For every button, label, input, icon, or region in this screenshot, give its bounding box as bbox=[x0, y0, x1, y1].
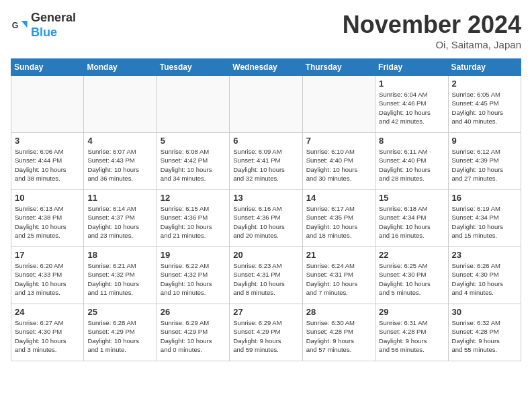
day-info: Sunrise: 6:08 AM Sunset: 4:42 PM Dayligh… bbox=[161, 147, 226, 183]
calendar-cell: 4Sunrise: 6:07 AM Sunset: 4:43 PM Daylig… bbox=[84, 133, 157, 190]
day-number: 7 bbox=[306, 136, 371, 146]
day-number: 15 bbox=[379, 193, 444, 203]
calendar-week-1: 1Sunrise: 6:04 AM Sunset: 4:46 PM Daylig… bbox=[11, 76, 521, 133]
day-number: 4 bbox=[87, 136, 152, 146]
logo: G General Blue bbox=[11, 11, 76, 40]
day-number: 9 bbox=[452, 136, 517, 146]
calendar-cell bbox=[230, 76, 302, 133]
day-info: Sunrise: 6:07 AM Sunset: 4:43 PM Dayligh… bbox=[87, 147, 152, 183]
day-info: Sunrise: 6:28 AM Sunset: 4:29 PM Dayligh… bbox=[87, 318, 152, 354]
day-info: Sunrise: 6:06 AM Sunset: 4:44 PM Dayligh… bbox=[15, 147, 80, 183]
day-number: 19 bbox=[161, 250, 226, 260]
day-number: 24 bbox=[15, 307, 80, 317]
day-number: 28 bbox=[306, 307, 371, 317]
column-header-wednesday: Wednesday bbox=[230, 59, 302, 76]
day-info: Sunrise: 6:13 AM Sunset: 4:38 PM Dayligh… bbox=[15, 204, 80, 240]
calendar-cell: 27Sunrise: 6:29 AM Sunset: 4:29 PM Dayli… bbox=[230, 304, 302, 361]
day-number: 21 bbox=[306, 250, 371, 260]
day-number: 18 bbox=[87, 250, 152, 260]
calendar-week-2: 3Sunrise: 6:06 AM Sunset: 4:44 PM Daylig… bbox=[11, 133, 521, 190]
logo-general: General bbox=[31, 11, 76, 26]
calendar-cell: 18Sunrise: 6:21 AM Sunset: 4:32 PM Dayli… bbox=[84, 247, 157, 304]
day-number: 12 bbox=[161, 193, 226, 203]
calendar-cell: 30Sunrise: 6:32 AM Sunset: 4:28 PM Dayli… bbox=[448, 304, 521, 361]
day-info: Sunrise: 6:19 AM Sunset: 4:34 PM Dayligh… bbox=[452, 204, 517, 240]
calendar-cell: 3Sunrise: 6:06 AM Sunset: 4:44 PM Daylig… bbox=[11, 133, 84, 190]
calendar-cell: 10Sunrise: 6:13 AM Sunset: 4:38 PM Dayli… bbox=[11, 190, 84, 247]
calendar-cell: 1Sunrise: 6:04 AM Sunset: 4:46 PM Daylig… bbox=[375, 76, 448, 133]
day-number: 29 bbox=[379, 307, 444, 317]
calendar-cell: 16Sunrise: 6:19 AM Sunset: 4:34 PM Dayli… bbox=[448, 190, 521, 247]
day-number: 26 bbox=[161, 307, 226, 317]
day-number: 10 bbox=[15, 193, 80, 203]
calendar-cell: 12Sunrise: 6:15 AM Sunset: 4:36 PM Dayli… bbox=[157, 190, 229, 247]
day-info: Sunrise: 6:20 AM Sunset: 4:33 PM Dayligh… bbox=[15, 261, 80, 297]
calendar-week-4: 17Sunrise: 6:20 AM Sunset: 4:33 PM Dayli… bbox=[11, 247, 521, 304]
day-number: 13 bbox=[233, 193, 298, 203]
calendar-cell: 28Sunrise: 6:30 AM Sunset: 4:28 PM Dayli… bbox=[302, 304, 375, 361]
day-info: Sunrise: 6:24 AM Sunset: 4:31 PM Dayligh… bbox=[306, 261, 371, 297]
calendar-header-row: SundayMondayTuesdayWednesdayThursdayFrid… bbox=[11, 59, 521, 76]
svg-text:G: G bbox=[12, 20, 19, 30]
day-info: Sunrise: 6:23 AM Sunset: 4:31 PM Dayligh… bbox=[233, 261, 298, 297]
calendar-cell bbox=[11, 76, 84, 133]
day-number: 27 bbox=[233, 307, 298, 317]
day-info: Sunrise: 6:16 AM Sunset: 4:36 PM Dayligh… bbox=[233, 204, 298, 240]
calendar-cell: 7Sunrise: 6:10 AM Sunset: 4:40 PM Daylig… bbox=[302, 133, 375, 190]
calendar-cell: 6Sunrise: 6:09 AM Sunset: 4:41 PM Daylig… bbox=[230, 133, 302, 190]
calendar-cell: 17Sunrise: 6:20 AM Sunset: 4:33 PM Dayli… bbox=[11, 247, 84, 304]
column-header-saturday: Saturday bbox=[448, 59, 521, 76]
day-info: Sunrise: 6:09 AM Sunset: 4:41 PM Dayligh… bbox=[233, 147, 298, 183]
logo-blue: Blue bbox=[31, 26, 76, 40]
calendar-cell: 22Sunrise: 6:25 AM Sunset: 4:30 PM Dayli… bbox=[375, 247, 448, 304]
day-info: Sunrise: 6:29 AM Sunset: 4:29 PM Dayligh… bbox=[233, 318, 298, 354]
day-info: Sunrise: 6:17 AM Sunset: 4:35 PM Dayligh… bbox=[306, 204, 371, 240]
calendar-cell bbox=[84, 76, 157, 133]
day-number: 5 bbox=[161, 136, 226, 146]
logo-icon: G bbox=[11, 16, 30, 35]
title-block: November 2024 Oi, Saitama, Japan bbox=[343, 11, 521, 50]
calendar-cell: 19Sunrise: 6:22 AM Sunset: 4:32 PM Dayli… bbox=[157, 247, 229, 304]
day-info: Sunrise: 6:10 AM Sunset: 4:40 PM Dayligh… bbox=[306, 147, 371, 183]
column-header-thursday: Thursday bbox=[302, 59, 375, 76]
day-info: Sunrise: 6:22 AM Sunset: 4:32 PM Dayligh… bbox=[161, 261, 226, 297]
day-number: 22 bbox=[379, 250, 444, 260]
day-number: 3 bbox=[15, 136, 80, 146]
day-info: Sunrise: 6:27 AM Sunset: 4:30 PM Dayligh… bbox=[15, 318, 80, 354]
calendar-cell bbox=[302, 76, 375, 133]
calendar-cell: 29Sunrise: 6:31 AM Sunset: 4:28 PM Dayli… bbox=[375, 304, 448, 361]
calendar-table: SundayMondayTuesdayWednesdayThursdayFrid… bbox=[11, 58, 521, 361]
calendar-cell: 9Sunrise: 6:12 AM Sunset: 4:39 PM Daylig… bbox=[448, 133, 521, 190]
day-number: 20 bbox=[233, 250, 298, 260]
calendar-cell: 26Sunrise: 6:29 AM Sunset: 4:29 PM Dayli… bbox=[157, 304, 229, 361]
calendar-week-3: 10Sunrise: 6:13 AM Sunset: 4:38 PM Dayli… bbox=[11, 190, 521, 247]
svg-marker-1 bbox=[21, 21, 28, 28]
page-header: G General Blue November 2024 Oi, Saitama… bbox=[11, 11, 521, 50]
calendar-cell bbox=[157, 76, 229, 133]
day-number: 2 bbox=[452, 79, 517, 89]
day-number: 8 bbox=[379, 136, 444, 146]
calendar-cell: 20Sunrise: 6:23 AM Sunset: 4:31 PM Dayli… bbox=[230, 247, 302, 304]
month-title: November 2024 bbox=[343, 11, 521, 39]
calendar-cell: 8Sunrise: 6:11 AM Sunset: 4:40 PM Daylig… bbox=[375, 133, 448, 190]
day-info: Sunrise: 6:30 AM Sunset: 4:28 PM Dayligh… bbox=[306, 318, 371, 354]
calendar-week-5: 24Sunrise: 6:27 AM Sunset: 4:30 PM Dayli… bbox=[11, 304, 521, 361]
calendar-body: 1Sunrise: 6:04 AM Sunset: 4:46 PM Daylig… bbox=[11, 76, 521, 361]
column-header-tuesday: Tuesday bbox=[157, 59, 229, 76]
column-header-monday: Monday bbox=[84, 59, 157, 76]
day-info: Sunrise: 6:25 AM Sunset: 4:30 PM Dayligh… bbox=[379, 261, 444, 297]
day-info: Sunrise: 6:11 AM Sunset: 4:40 PM Dayligh… bbox=[379, 147, 444, 183]
calendar-cell: 23Sunrise: 6:26 AM Sunset: 4:30 PM Dayli… bbox=[448, 247, 521, 304]
day-number: 23 bbox=[452, 250, 517, 260]
column-header-friday: Friday bbox=[375, 59, 448, 76]
location: Oi, Saitama, Japan bbox=[343, 39, 521, 50]
calendar-cell: 25Sunrise: 6:28 AM Sunset: 4:29 PM Dayli… bbox=[84, 304, 157, 361]
day-number: 25 bbox=[87, 307, 152, 317]
calendar-cell: 5Sunrise: 6:08 AM Sunset: 4:42 PM Daylig… bbox=[157, 133, 229, 190]
day-number: 14 bbox=[306, 193, 371, 203]
day-number: 1 bbox=[379, 79, 444, 89]
calendar-cell: 11Sunrise: 6:14 AM Sunset: 4:37 PM Dayli… bbox=[84, 190, 157, 247]
day-info: Sunrise: 6:31 AM Sunset: 4:28 PM Dayligh… bbox=[379, 318, 444, 354]
day-info: Sunrise: 6:32 AM Sunset: 4:28 PM Dayligh… bbox=[452, 318, 517, 354]
day-info: Sunrise: 6:14 AM Sunset: 4:37 PM Dayligh… bbox=[87, 204, 152, 240]
